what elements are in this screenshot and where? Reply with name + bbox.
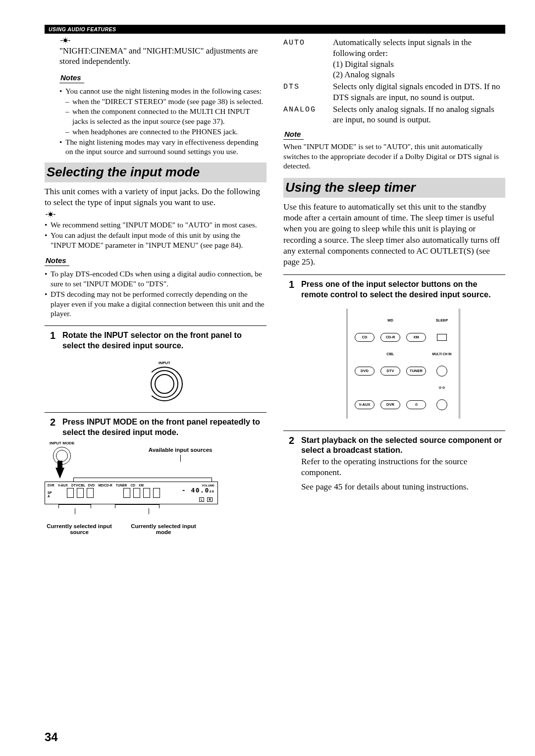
sleep-intro: Use this feature to automatically set th…: [283, 202, 505, 268]
remote-figure: MD SLEEP CD CD-R XM CBL MULTI CH IN DVD: [346, 309, 460, 419]
note-subitem: when the "DIRECT STEREO" mode (see page …: [72, 97, 263, 107]
mode-desc: Selects only digital signals encoded in …: [333, 81, 505, 103]
mode-key-analog: ANALOG: [283, 104, 333, 126]
notes-label: Notes: [59, 73, 84, 83]
source-labels: DVR V-AUX DTV/CBL DVD MD/CD-R TUNER CD X…: [48, 484, 144, 487]
remote-btn-cdr[interactable]: CD-R: [380, 333, 400, 342]
tip-text: "NIGHT:CINEMA" and "NIGHT:MUSIC" adjustm…: [59, 46, 267, 67]
display-figure: INPUT MODE Available input sources DVR V…: [45, 441, 267, 535]
notes-list-1: •You cannot use the night listening mode…: [59, 86, 267, 157]
note-item: To play DTS-encoded CDs when using a dig…: [51, 269, 267, 288]
section-heading-input-mode: Selecting the input mode: [45, 162, 267, 182]
knob-icon: [146, 367, 183, 401]
note-text: When "INPUT MODE" is set to "AUTO", this…: [283, 142, 505, 171]
remote-btn-dtv[interactable]: DTV: [380, 367, 400, 376]
note-item: The night listening modes may vary in ef…: [65, 137, 267, 157]
mode-desc: (2) Analog signals: [333, 69, 505, 80]
speaker-indicator: SP A: [48, 491, 52, 498]
mode-key-auto: AUTO: [283, 37, 333, 80]
section-heading-sleep-timer: Using the sleep timer: [283, 178, 505, 198]
manual-page: USING AUDIO FEATURES ･☀･ "NIGHT:CINEMA" …: [0, 0, 535, 756]
section-header: USING AUDIO FEATURES: [45, 25, 505, 34]
step-body-text: See page 45 for details about tuning ins…: [301, 482, 505, 492]
notes-list-2: •To play DTS-encoded CDs when using a di…: [45, 269, 267, 319]
volume-value: - 40.0: [182, 486, 210, 494]
note-label: Note: [283, 129, 304, 140]
caption-current-mode: Currently selected input mode: [129, 523, 198, 535]
input-mode-table: AUTO Automatically selects input signals…: [283, 37, 505, 125]
right-column: AUTO Automatically selects input signals…: [283, 37, 505, 535]
content-columns: ･☀･ "NIGHT:CINEMA" and "NIGHT:MUSIC" adj…: [45, 37, 505, 535]
volume-readout: VOLUME - 40.0dB: [182, 484, 214, 493]
caption-current-source: Currently selected input source: [45, 523, 114, 535]
step-title: Start playback on the selected source co…: [301, 435, 505, 456]
sleep-step-1: 1 Press one of the input selector button…: [283, 274, 505, 424]
remote-label-multich: MULTI CH IN: [432, 352, 452, 356]
page-number: 34: [45, 730, 58, 744]
intro-text: This unit comes with a variety of input …: [45, 186, 267, 208]
bracket-icon: [73, 478, 212, 482]
mode-desc: (1) Digital signals: [333, 59, 505, 70]
step-title: Press INPUT MODE on the front panel repe…: [62, 417, 267, 437]
remote-btn-dvd[interactable]: DVD: [355, 367, 374, 376]
notes-label: Notes: [45, 256, 69, 266]
step-title: Rotate the INPUT selector on the front p…: [62, 330, 267, 351]
mode-desc: Automatically selects input signals in t…: [333, 37, 505, 59]
remote-btn-dvr[interactable]: DVR: [380, 400, 400, 409]
section-header-text: USING AUDIO FEATURES: [49, 26, 116, 32]
input-knob-figure: INPUT: [62, 361, 267, 401]
front-panel-display: DVR V-AUX DTV/CBL DVD MD/CD-R TUNER CD X…: [45, 482, 218, 504]
lr-indicator: L R: [199, 497, 213, 502]
note-subitem: when the component connected to the MULT…: [72, 107, 267, 126]
note-item: DTS decoding may not be performed correc…: [51, 289, 267, 319]
tip-block: ･☀･ "NIGHT:CINEMA" and "NIGHT:MUSIC" adj…: [45, 37, 267, 157]
remote-btn-sleep[interactable]: [437, 334, 447, 341]
step-1: 1 Rotate the INPUT selector on the front…: [45, 325, 267, 405]
tip-item: We recommend setting "INPUT MODE" to "AU…: [51, 220, 257, 230]
bracket-icon: [115, 504, 160, 508]
remote-btn-multich[interactable]: [436, 366, 447, 377]
step-title: Press one of the input selector buttons …: [301, 279, 505, 300]
left-column: ･☀･ "NIGHT:CINEMA" and "NIGHT:MUSIC" adj…: [45, 37, 267, 535]
step-2: 2 Press INPUT MODE on the front panel re…: [45, 412, 267, 437]
remote-label-sleep: SLEEP: [436, 318, 448, 323]
note-item: You cannot use the night listening modes…: [65, 86, 262, 96]
sleep-step-2: 2 Start playback on the selected source …: [283, 431, 505, 495]
tips-list: •We recommend setting "INPUT MODE" to "A…: [45, 220, 267, 250]
remote-btn-round[interactable]: [436, 399, 447, 410]
remote-btn-cd[interactable]: CD: [355, 333, 374, 342]
note-subitem: when headphones are connected to the PHO…: [72, 127, 238, 137]
tip-item: You can adjust the default input mode of…: [51, 230, 267, 250]
arrow-down-icon: [55, 468, 64, 479]
segment-display: [67, 488, 94, 498]
remote-btn-xm[interactable]: XM: [406, 333, 426, 342]
caption-row: Currently selected input source Currentl…: [45, 523, 267, 535]
remote-btn-vaux[interactable]: V-AUX: [355, 400, 374, 409]
mode-key-dts: DTS: [283, 81, 333, 103]
mode-desc: Selects only analog signals. If no analo…: [333, 104, 505, 126]
step-number: 2: [283, 435, 294, 495]
volume-unit: dB: [210, 489, 214, 493]
step-number: 1: [283, 279, 294, 424]
remote-btn-tuner[interactable]: TUNER: [406, 367, 426, 376]
remote-label-md: MD: [387, 318, 393, 323]
segment-display: [123, 488, 160, 498]
tip-icon: ･☀･: [59, 37, 267, 45]
knob-label: INPUT MODE: [50, 441, 74, 445]
remote-btn-star[interactable]: ☆: [406, 400, 426, 409]
remote-label-cbl: CBL: [386, 352, 394, 356]
remote-label-stars: ☆☆: [438, 385, 445, 390]
step-number: 1: [45, 330, 55, 405]
step-number: 2: [45, 417, 55, 437]
step-body-text: Refer to the operating instructions for …: [301, 456, 505, 478]
tip-icon: ･☀･: [45, 211, 267, 219]
bracket-icon: [58, 504, 91, 508]
caption-available-sources: Available input sources: [149, 447, 213, 453]
knob-label: INPUT: [146, 361, 183, 365]
